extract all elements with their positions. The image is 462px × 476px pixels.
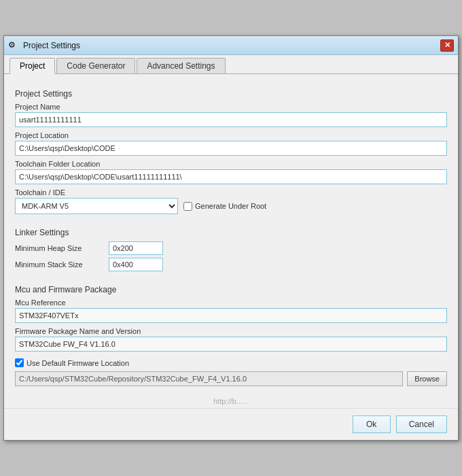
tabs-bar: Project Code Generator Advanced Settings [4,55,458,74]
title-bar-left: ⚙ Project Settings [8,40,80,51]
generate-under-root-label: Generate Under Root [195,202,266,210]
generate-under-root-checkbox-label[interactable]: Generate Under Root [183,202,266,211]
toolchain-ide-select[interactable]: MDK-ARM V5 MDK-ARM V4 EWARM SW4STM32 Mak… [15,198,178,214]
tab-content: Project Settings Project Name Project Lo… [4,74,458,394]
window-icon: ⚙ [8,40,19,51]
mcu-reference-input [15,308,447,323]
cancel-button[interactable]: Cancel [396,415,447,433]
firmware-package-input [15,337,447,352]
tab-project[interactable]: Project [10,58,55,74]
firmware-package-label: Firmware Package Name and Version [15,327,447,335]
min-heap-label: Minimum Heap Size [15,244,103,252]
min-stack-input[interactable] [109,258,163,271]
close-button[interactable]: ✕ [440,39,454,52]
mcu-section-title: Mcu and Firmware Package [15,285,447,294]
toolchain-folder-label: Toolchain Folder Location [15,160,447,168]
browse-button[interactable]: Browse [407,371,447,386]
generate-under-root-checkbox[interactable] [183,202,192,211]
project-name-input[interactable] [15,112,447,127]
tab-advanced-settings[interactable]: Advanced Settings [137,58,225,73]
min-heap-input[interactable] [109,241,163,255]
use-default-firmware-checkbox[interactable] [15,358,24,367]
min-stack-label: Minimum Stack Size [15,260,103,269]
project-settings-window: ⚙ Project Settings ✕ Project Code Genera… [3,35,459,441]
project-location-input[interactable] [15,141,447,156]
toolchain-ide-row: MDK-ARM V5 MDK-ARM V4 EWARM SW4STM32 Mak… [15,198,447,214]
firmware-path-input [15,371,403,386]
tab-code-generator[interactable]: Code Generator [56,58,135,73]
linker-section-title: Linker Settings [15,228,447,237]
footer: Ok Cancel [4,408,458,440]
toolchain-ide-label: Toolchain / IDE [15,188,447,197]
project-name-label: Project Name [15,103,447,111]
watermark: http://b...... [4,394,458,408]
title-bar: ⚙ Project Settings ✕ [4,36,458,55]
project-location-label: Project Location [15,131,447,139]
firmware-path-row: Browse [15,371,447,386]
use-default-firmware-label[interactable]: Use Default Firmware Location [15,358,447,367]
project-settings-section-title: Project Settings [15,89,447,99]
min-heap-row: Minimum Heap Size [15,241,447,255]
window-title: Project Settings [23,41,80,50]
ok-button[interactable]: Ok [353,415,391,433]
use-default-firmware-text: Use Default Firmware Location [26,359,129,367]
min-stack-row: Minimum Stack Size [15,258,447,271]
toolchain-folder-input[interactable] [15,169,447,184]
mcu-reference-label: Mcu Reference [15,299,447,307]
